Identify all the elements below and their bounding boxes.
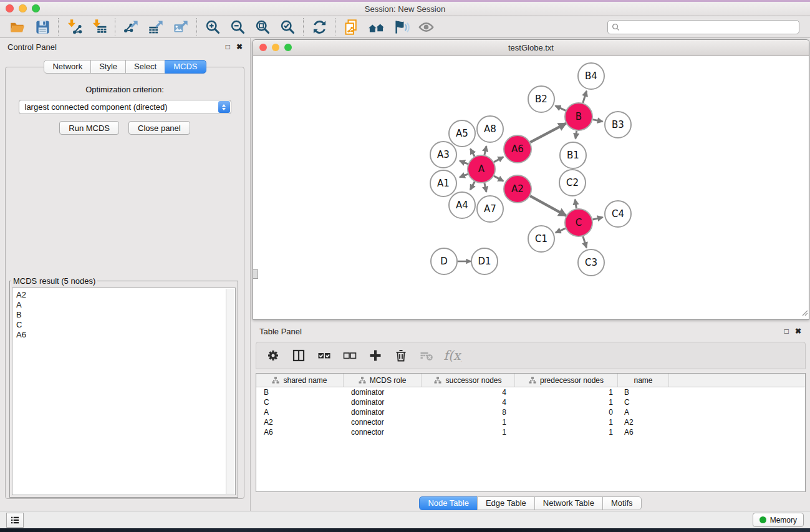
graph-node-B1[interactable]: B1	[560, 142, 586, 168]
graph-edge-A-A7[interactable]	[485, 183, 486, 192]
column-header-successor-nodes[interactable]: successor nodes	[422, 374, 515, 387]
hide-graphics-details-button[interactable]	[388, 17, 413, 36]
graph-edge-A2-C[interactable]	[530, 196, 566, 216]
graph-edge-A-A5[interactable]	[470, 149, 475, 157]
tab-node-table[interactable]: Node Table	[419, 496, 478, 510]
table-cell[interactable]: 4	[422, 387, 515, 397]
table-cell[interactable]: 1	[515, 397, 618, 407]
graph-node-C1[interactable]: C1	[528, 226, 554, 252]
table-cell[interactable]: 0	[515, 407, 618, 417]
graph-node-A5[interactable]: A5	[449, 120, 475, 147]
table-cell[interactable]: dominator	[344, 397, 422, 407]
minimize-view-icon[interactable]	[272, 44, 279, 51]
export-network-button[interactable]	[118, 17, 143, 36]
table-cell[interactable]: 4	[422, 397, 515, 407]
minimize-window-icon[interactable]	[19, 4, 27, 12]
table-cell[interactable]: B	[256, 387, 344, 397]
close-window-icon[interactable]	[6, 4, 14, 12]
graph-edge-C-C2[interactable]	[575, 200, 576, 209]
graph-node-B4[interactable]: B4	[578, 63, 604, 89]
search-input[interactable]	[622, 22, 795, 32]
graph-node-A7[interactable]: A7	[477, 196, 503, 222]
graph-node-A6[interactable]: A6	[504, 135, 531, 163]
clone-network-button[interactable]	[339, 17, 364, 36]
graph-edge-A-A2[interactable]	[494, 176, 503, 181]
graph-edge-A-A1[interactable]	[460, 174, 468, 177]
network-graph[interactable]: B4B2BB3A5A8A6A3B1AA1C2A2A4A7CC4C1C3DD1	[253, 56, 809, 319]
home-button[interactable]	[364, 17, 388, 36]
close-panel-button[interactable]: Close panel	[128, 121, 190, 135]
graph-edge-A6-B[interactable]	[530, 123, 566, 142]
table-cell[interactable]: C	[618, 397, 669, 407]
table-cell[interactable]: A2	[618, 417, 669, 427]
close-view-icon[interactable]	[259, 44, 267, 51]
graph-node-C3[interactable]: C3	[578, 249, 604, 276]
table-cell[interactable]: A6	[256, 427, 344, 437]
import-network-button[interactable]	[62, 17, 87, 36]
mcds-result-item[interactable]: A6	[16, 330, 225, 340]
graph-node-B3[interactable]: B3	[605, 112, 631, 138]
graph-node-D[interactable]: D	[431, 248, 457, 274]
graph-node-D1[interactable]: D1	[471, 248, 498, 274]
open-session-button[interactable]	[5, 17, 30, 36]
toggle-columns-button[interactable]	[288, 346, 309, 365]
show-graphics-details-button[interactable]	[413, 17, 438, 36]
table-cell[interactable]: 1	[422, 427, 515, 437]
table-row[interactable]: Adominator80A	[256, 407, 805, 417]
network-canvas[interactable]: B4B2BB3A5A8A6A3B1AA1C2A2A4A7CC4C1C3DD1	[253, 56, 809, 319]
zoom-selected-button[interactable]	[275, 17, 300, 36]
graph-edge-C-C1[interactable]	[556, 228, 566, 233]
graph-node-C4[interactable]: C4	[605, 201, 631, 227]
float-panel-icon[interactable]: □	[226, 42, 230, 51]
graph-node-A8[interactable]: A8	[477, 116, 503, 142]
optimization-select[interactable]: largest connected component (directed)	[19, 100, 231, 114]
graph-node-A2[interactable]: A2	[504, 175, 531, 203]
mcds-result-item[interactable]: A	[16, 300, 225, 310]
deselect-all-button[interactable]	[339, 346, 360, 365]
tab-network-table[interactable]: Network Table	[534, 496, 603, 510]
export-image-button[interactable]	[168, 17, 193, 36]
search-box[interactable]	[607, 20, 799, 34]
graph-node-A4[interactable]: A4	[449, 192, 475, 218]
graph-edge-A-A8[interactable]	[485, 146, 486, 155]
float-table-panel-icon[interactable]: □	[784, 327, 789, 336]
graph-node-A3[interactable]: A3	[430, 142, 456, 168]
graph-edge-A-A3[interactable]	[460, 161, 468, 164]
close-table-panel-icon[interactable]: ✖	[795, 327, 801, 336]
table-cell[interactable]: 1	[515, 387, 618, 397]
graph-edge-C-C4[interactable]	[593, 217, 603, 220]
column-header-predecessor-nodes[interactable]: predecessor nodes	[515, 374, 618, 387]
table-cell[interactable]: 1	[422, 417, 515, 427]
column-header-name[interactable]: name	[618, 374, 669, 387]
graph-edge-B-B3[interactable]	[593, 120, 603, 122]
table-cell[interactable]: connector	[344, 427, 422, 437]
zoom-view-icon[interactable]	[284, 44, 292, 51]
refresh-layout-button[interactable]	[307, 17, 332, 36]
table-cell[interactable]: A	[618, 407, 669, 417]
result-scrollbar[interactable]	[226, 289, 234, 494]
table-row[interactable]: Bdominator41B	[256, 387, 805, 397]
graph-node-C[interactable]: C	[565, 209, 592, 236]
table-row[interactable]: A6connector11A6	[256, 427, 805, 437]
table-cell[interactable]: 1	[515, 417, 618, 427]
table-row[interactable]: A2connector11A2	[256, 417, 805, 427]
table-cell[interactable]: C	[256, 397, 344, 407]
table-cell[interactable]: dominator	[344, 387, 422, 397]
delete-row-button[interactable]	[390, 346, 412, 365]
tab-style[interactable]: Style	[90, 60, 126, 74]
column-header-MCDS-role[interactable]: MCDS role	[344, 374, 422, 387]
column-header-shared-name[interactable]: shared name	[256, 374, 344, 387]
memory-button[interactable]: Memory	[753, 513, 804, 527]
select-all-button[interactable]	[314, 346, 335, 365]
table-cell[interactable]: 8	[422, 407, 515, 417]
import-table-button[interactable]	[87, 17, 112, 36]
table-cell[interactable]: dominator	[344, 407, 422, 417]
graph-node-A1[interactable]: A1	[430, 170, 456, 196]
zoom-out-button[interactable]	[225, 17, 250, 36]
resize-grip-icon[interactable]	[800, 307, 808, 319]
graph-edge-A-A4[interactable]	[470, 181, 475, 190]
add-row-button[interactable]	[365, 346, 386, 365]
table-cell[interactable]: A2	[256, 417, 344, 427]
run-mcds-button[interactable]: Run MCDS	[59, 121, 119, 135]
table-cell[interactable]: A6	[618, 427, 669, 437]
